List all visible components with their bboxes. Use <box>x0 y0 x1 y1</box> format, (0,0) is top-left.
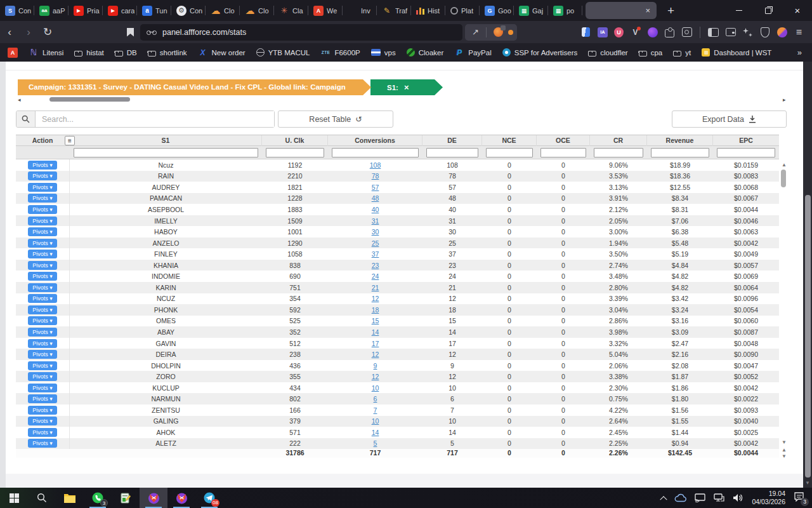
page-scrollbar-thumb[interactable] <box>805 195 811 478</box>
browser-profile-1-button[interactable] <box>140 488 167 508</box>
bookmark-shortlink[interactable]: shortlink <box>148 48 187 57</box>
orb-icon[interactable] <box>776 27 787 37</box>
filter-input-s1[interactable] <box>74 148 258 157</box>
filter-input-epc[interactable] <box>717 148 775 157</box>
browser-profile-2-button[interactable] <box>167 488 195 508</box>
pivots-button[interactable]: Pivots ▾ <box>28 439 57 448</box>
restore-button[interactable] <box>754 0 783 21</box>
site-permissions-icon[interactable] <box>147 29 157 36</box>
puzzle-icon[interactable] <box>664 27 675 37</box>
pivots-button[interactable]: Pivots ▾ <box>28 217 57 225</box>
column-header-nce[interactable]: NCE <box>482 135 537 146</box>
conversions-link[interactable]: 12 <box>372 373 379 380</box>
forward-button[interactable]: › <box>19 26 38 39</box>
pivots-button[interactable]: Pivots ▾ <box>28 384 57 392</box>
pivots-button[interactable]: Pivots ▾ <box>28 394 57 403</box>
conversions-link[interactable]: 37 <box>372 250 379 258</box>
browser-tab[interactable]: aTun <box>137 0 171 21</box>
bookmark-new-order[interactable]: XNew order <box>198 48 246 58</box>
active-tab[interactable]: × <box>586 2 657 19</box>
bookmark-ssp-for-advertisers[interactable]: SSP for Advertisers <box>502 48 578 57</box>
hscroll-thumb[interactable] <box>49 97 130 102</box>
browser-tab[interactable]: ☁Clo <box>206 0 240 21</box>
url-bar[interactable]: panel.affforce.com/stats <box>140 24 462 41</box>
totals-scroll-down-arrow[interactable]: ▼ <box>782 453 787 459</box>
wallet-icon[interactable] <box>725 27 736 37</box>
file-explorer-button[interactable] <box>56 488 84 508</box>
conversions-link[interactable]: 12 <box>372 351 379 358</box>
cloud-icon[interactable] <box>674 493 686 502</box>
search-box-icon[interactable] <box>681 27 692 37</box>
filter-input-conversions[interactable] <box>332 148 419 157</box>
filter-input-revenue[interactable] <box>651 148 709 157</box>
conversions-link[interactable]: 7 <box>374 406 377 414</box>
column-header-action[interactable]: Action≡ <box>16 135 70 146</box>
tab-close-icon[interactable]: × <box>645 6 650 15</box>
browser-tab[interactable]: GGoo <box>480 0 514 21</box>
columns-menu-button[interactable]: ≡ <box>65 136 75 145</box>
sparkle-icon[interactable] <box>742 27 753 37</box>
conversions-link[interactable]: 9 <box>374 362 377 370</box>
pivots-button[interactable]: Pivots ▾ <box>28 417 57 425</box>
pivots-button[interactable]: Pivots ▾ <box>28 316 57 325</box>
column-header-cr[interactable]: CR <box>590 135 647 146</box>
table-scroll-down-arrow[interactable]: ▼ <box>782 439 787 445</box>
filter-input-cr[interactable] <box>594 148 643 157</box>
cast-icon[interactable] <box>695 493 705 502</box>
column-header-conversions[interactable]: Conversions <box>328 135 422 146</box>
column-header-s1[interactable]: S1 <box>70 135 262 146</box>
v-logo-icon[interactable]: V <box>630 27 641 37</box>
conversions-link[interactable]: 10 <box>372 384 379 392</box>
browser-tab[interactable]: SCon <box>0 0 34 21</box>
conversions-link[interactable]: 12 <box>372 295 379 302</box>
conversions-link[interactable]: 23 <box>372 262 379 269</box>
column-header-u-clk[interactable]: U. Clk <box>262 135 328 146</box>
bookmark-dashboard-wst[interactable]: Dashboard | WST <box>702 48 771 57</box>
purple-swirl-icon[interactable] <box>647 27 658 37</box>
extension-badge-icon[interactable] <box>494 27 503 37</box>
pivots-button[interactable]: Pivots ▾ <box>28 283 57 292</box>
start-button[interactable] <box>0 488 28 508</box>
telegram-button[interactable]: 08 <box>195 488 223 508</box>
browser-tab[interactable]: ⚙Con <box>171 0 206 21</box>
pivots-button[interactable]: Pivots ▾ <box>28 406 57 415</box>
bookmark-icon[interactable]: A <box>8 48 18 58</box>
browser-tab[interactable]: Hist <box>411 0 445 21</box>
conversions-link[interactable]: 10 <box>372 417 379 425</box>
remove-filter-icon[interactable]: × <box>404 83 409 92</box>
menu-icon[interactable]: ≡ <box>794 27 804 37</box>
bookmark-cloudfler[interactable]: cloudfler <box>588 48 627 57</box>
copy-page-icon[interactable] <box>580 27 591 37</box>
filter-input-de[interactable] <box>426 148 478 157</box>
ia-icon[interactable]: IA <box>598 27 608 37</box>
browser-tab[interactable]: ✎Traf <box>377 0 411 21</box>
totals-scroll-up-arrow[interactable]: ▲ <box>782 447 787 453</box>
reset-table-button[interactable]: Reset Table↺ <box>278 110 393 128</box>
filter-input-oce[interactable] <box>540 148 586 157</box>
pivots-button[interactable]: Pivots ▾ <box>28 171 57 180</box>
bookmark-db[interactable]: DB <box>115 48 137 57</box>
campaign-filter-tag[interactable]: Campaign: 1331351 - Survey - DATING Casu… <box>18 79 371 95</box>
shield-icon[interactable] <box>759 27 770 37</box>
notes-app-button[interactable] <box>112 488 140 508</box>
notification-center-button[interactable]: 3 <box>794 492 804 504</box>
column-header-epc[interactable]: EPC <box>713 135 779 146</box>
taskbar-clock[interactable]: 19.04 04/03/2026 <box>752 490 785 506</box>
volume-icon[interactable] <box>733 493 743 502</box>
conversions-link[interactable]: 6 <box>374 395 377 403</box>
u-shield-icon[interactable]: U <box>614 27 624 37</box>
bookmark-cpa[interactable]: cpa <box>639 48 663 57</box>
browser-tab[interactable]: ▦po <box>548 0 582 21</box>
bookmark-cloaker[interactable]: Cloaker <box>407 48 444 57</box>
pivots-button[interactable]: Pivots ▾ <box>28 272 57 281</box>
pivots-button[interactable]: Pivots ▾ <box>28 205 57 214</box>
browser-tab[interactable]: ☁Clo <box>240 0 274 21</box>
bookmarks-overflow-chevron[interactable]: » <box>797 48 802 57</box>
conversions-link[interactable]: 18 <box>372 306 379 314</box>
pivots-button[interactable]: Pivots ▾ <box>28 227 57 236</box>
filter-input-nce[interactable] <box>486 148 533 157</box>
bookmark-yt[interactable]: yt <box>673 48 691 57</box>
conversions-link[interactable]: 5 <box>374 439 377 447</box>
page-scroll-down-arrow[interactable]: ▼ <box>805 480 810 486</box>
pivots-button[interactable]: Pivots ▾ <box>28 183 57 192</box>
